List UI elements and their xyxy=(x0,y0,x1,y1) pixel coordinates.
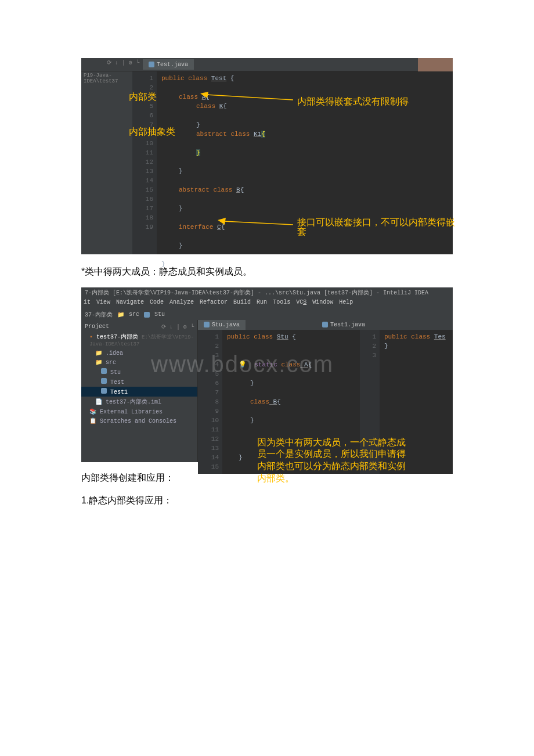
tree-item-test[interactable]: Test xyxy=(81,377,197,387)
project-tree[interactable]: Project ⟳ ↓ | ⚙ └ ▪ test37-内部类 E:\凯哥学堂\V… xyxy=(81,320,198,462)
file-icon xyxy=(204,322,210,327)
menu-bar[interactable]: it View Navigate Code Analyze Refactor B… xyxy=(81,298,453,309)
tree-item-stu[interactable]: Stu xyxy=(81,367,197,377)
toolbar-icons: ⟳ ↓ | ⚙ └ xyxy=(107,59,139,70)
ide-screenshot-1: ⟳ ↓ | ⚙ └ Test.java P19-Java-IDEA\test37… xyxy=(81,58,453,253)
file-icon xyxy=(144,312,150,318)
code-editor[interactable]: public class Test { class A{ class K{ } … xyxy=(157,71,453,254)
folder-icon: 📁 xyxy=(117,311,124,318)
tree-item-scratches[interactable]: 📋 Scratches and Consoles xyxy=(81,416,197,426)
line-gutter-left: 123456789101112131415 xyxy=(198,330,222,474)
editor-tab-test1[interactable]: Test1.java xyxy=(330,322,365,328)
annotation-static-instance: 因为类中有两大成员，一个式静态成员一个是实例成员，所以我们申请得内部类也可以分为… xyxy=(257,437,414,485)
toolbar-icons[interactable]: ⟳ ↓ | ⚙ └ xyxy=(161,323,194,330)
code-editor-left[interactable]: public class Stu { 💡 static class A{ } c… xyxy=(222,330,359,474)
tree-item-test1[interactable]: Test1 xyxy=(81,387,197,397)
tree-root[interactable]: ▪ test37-内部类 E:\凯哥学堂\VIP19-Java-IDEA\tes… xyxy=(81,332,197,348)
tree-item-src[interactable]: 📁 src xyxy=(81,358,197,367)
annotation-interface-nesting: 接口可以嵌套接口，不可以内部类得嵌套 xyxy=(297,218,460,236)
file-icon xyxy=(322,322,328,327)
editor-tab-stu[interactable]: Stu.java xyxy=(212,322,240,328)
project-label[interactable]: Project xyxy=(85,323,109,330)
annotation-abstract-class: 内部抽象类 xyxy=(129,127,175,136)
editor-tab[interactable]: Test.java xyxy=(157,62,188,68)
breadcrumb-path: P19-Java-IDEA\test37 xyxy=(81,71,132,254)
tree-item-idea[interactable]: 📁 .idea xyxy=(81,348,197,358)
file-icon xyxy=(149,62,154,67)
window-title: 7-内部类 [E:\凯哥学堂\VIP19-Java-IDEA\test37-内部… xyxy=(81,287,453,298)
lightbulb-icon[interactable]: 💡 xyxy=(239,361,247,368)
ide-screenshot-2: 7-内部类 [E:\凯哥学堂\VIP19-Java-IDEA\test37-内部… xyxy=(81,287,453,459)
paragraph-static-usage: 1.静态内部类得应用： xyxy=(81,493,453,508)
annotation-inner-class: 内部类 xyxy=(129,92,157,102)
tree-item-external[interactable]: 📚 External Libraries xyxy=(81,407,197,416)
annotation-nesting-unlimited: 内部类得嵌套式没有限制得 xyxy=(297,97,409,106)
tree-item-iml[interactable]: 📄 test37-内部类.iml xyxy=(81,397,197,407)
breadcrumb-bar[interactable]: 37-内部类 📁 src Stu xyxy=(81,309,453,320)
